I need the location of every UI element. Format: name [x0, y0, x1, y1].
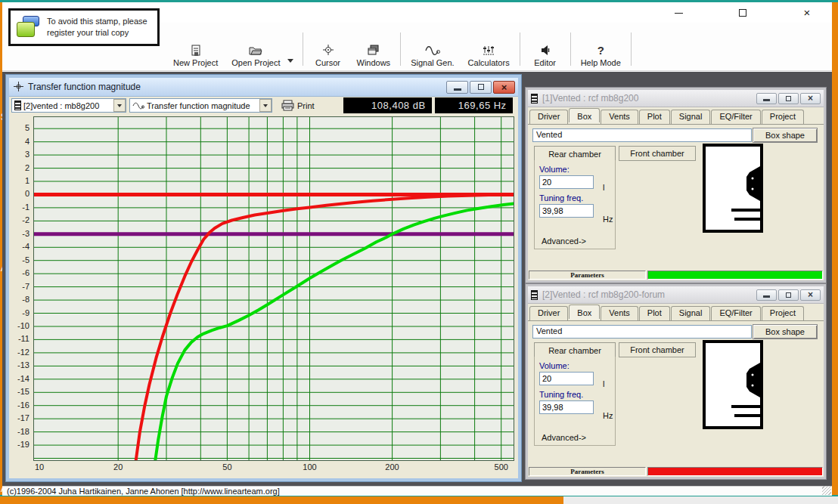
combo-dropdown-button[interactable] [259, 99, 272, 112]
chevron-down-icon [117, 104, 122, 107]
calculators-button[interactable]: Calculators [461, 41, 517, 69]
restore-icon [786, 292, 791, 298]
chart-window-titlebar[interactable]: Transfer function magnitude × [9, 78, 518, 97]
tab-signal[interactable]: Signal [671, 110, 711, 124]
project2-close-button[interactable]: × [800, 289, 821, 301]
box-shape-button[interactable]: Box shape [753, 128, 818, 143]
project2-box-tab-body: Vented Box shape Rear chamber Front cham… [528, 320, 824, 455]
maximize-button[interactable] [731, 7, 754, 19]
advanced-link[interactable]: Advanced-> [542, 237, 586, 246]
mdi-area: Transfer function magnitude × [2]vented … [2, 72, 832, 486]
tab-project[interactable]: Project [762, 306, 804, 320]
open-project-dropdown[interactable] [287, 59, 300, 69]
project2-minimize-button[interactable] [756, 289, 777, 301]
y-tick-label: 1 [25, 176, 29, 185]
tab-signal[interactable]: Signal [671, 306, 711, 320]
plot-type-selector-combo[interactable]: Transfer function magnitude [129, 98, 272, 113]
close-icon: × [808, 94, 813, 102]
y-tick-label: -4 [22, 242, 29, 251]
print-button[interactable]: Print [275, 98, 321, 113]
project2-titlebar[interactable]: [2]Vented : rcf mb8g200-forum × [528, 286, 824, 304]
new-project-button[interactable]: New Project [166, 41, 225, 69]
tab-vents[interactable]: Vents [601, 110, 638, 124]
box-type-field[interactable]: Vented [532, 128, 752, 142]
background-app-right-strip [832, 2, 838, 495]
resize-grip[interactable] [822, 486, 831, 495]
project1-close-button[interactable]: × [800, 93, 821, 104]
tuning-freq-label: Tuning freq. [539, 193, 610, 203]
y-tick-label: -6 [22, 268, 29, 277]
y-tick-label: 0 [25, 189, 29, 198]
chart-close-button[interactable]: × [493, 81, 515, 94]
box-type-field[interactable]: Vented [532, 325, 752, 339]
signal-gen-button[interactable]: Signal Gen. [404, 41, 461, 69]
volume-input[interactable] [539, 372, 594, 385]
x-tick-label: 500 [495, 462, 508, 472]
windows-button[interactable]: Windows [350, 41, 398, 69]
tab-box[interactable]: Box [569, 108, 600, 122]
chart-restore-button[interactable] [470, 81, 492, 94]
chart-window-title: Transfer function magnitude [28, 82, 446, 92]
project1-minimize-button[interactable] [756, 93, 777, 104]
y-tick-label: -16 [17, 400, 29, 410]
printer-icon [281, 100, 294, 111]
close-icon: × [808, 291, 813, 298]
new-project-label: New Project [173, 58, 218, 67]
y-tick-label: -9 [22, 308, 29, 317]
help-mode-button[interactable]: ? Help Mode [574, 41, 628, 69]
open-project-label: Open Project [231, 58, 280, 67]
tab-eq-filter[interactable]: EQ/Filter [711, 110, 760, 124]
tab-box[interactable]: Box [569, 305, 600, 319]
project-selector-combo[interactable]: [2]vented : mb8g200 [11, 98, 126, 113]
box-shape-drawing [703, 340, 763, 431]
signal-gen-label: Signal Gen. [411, 58, 454, 67]
close-button[interactable]: × [796, 7, 818, 19]
background-app-bottom-strip [0, 496, 563, 504]
project1-titlebar[interactable]: [1]Vented : rcf mb8g200 × [528, 90, 824, 107]
crosshair-icon [14, 82, 23, 93]
tab-driver[interactable]: Driver [529, 306, 568, 320]
tab-plot[interactable]: Plot [639, 306, 670, 320]
tab-plot[interactable]: Plot [639, 110, 670, 124]
open-project-button[interactable]: Open Project [225, 41, 287, 69]
y-tick-label: 4 [25, 137, 29, 146]
tuning-freq-input[interactable] [539, 204, 594, 218]
project2-restore-button[interactable] [778, 289, 799, 301]
front-chamber-tab[interactable]: Front chamber [619, 146, 696, 161]
volume-input[interactable] [539, 175, 594, 189]
print-label: Print [297, 101, 315, 110]
rear-chamber-tab[interactable]: Rear chamber [534, 342, 616, 357]
tuning-freq-input[interactable] [539, 400, 594, 414]
app-window: × New Project Open Project [2, 2, 832, 496]
y-tick-label: 2 [25, 163, 29, 172]
minimize-button[interactable] [667, 7, 690, 19]
x-tick-label: 50 [222, 462, 231, 472]
sliders-icon [482, 43, 495, 57]
tab-eq-filter[interactable]: EQ/Filter [711, 306, 760, 320]
project1-statusbar: Parameters [528, 270, 824, 280]
y-tick-label: -14 [17, 374, 29, 383]
chart-minimize-button[interactable] [446, 81, 468, 94]
cursor-button[interactable]: Cursor [306, 41, 350, 69]
box-shape-button[interactable]: Box shape [753, 324, 818, 339]
project-icon [531, 94, 538, 104]
tab-driver[interactable]: Driver [529, 110, 568, 124]
rear-chamber-tab[interactable]: Rear chamber [534, 146, 616, 161]
project1-restore-button[interactable] [778, 93, 799, 104]
plot-area[interactable] [33, 116, 514, 461]
advanced-link[interactable]: Advanced-> [542, 433, 586, 442]
box-shape-drawing [703, 144, 763, 234]
front-chamber-tab[interactable]: Front chamber [619, 342, 696, 357]
y-tick-label: -17 [17, 413, 29, 422]
tab-vents[interactable]: Vents [601, 306, 638, 320]
cursor-hz-readout: 169,65 Hz [435, 97, 513, 113]
volume-label: Volume: [539, 165, 610, 174]
editor-button[interactable]: Editor [523, 41, 567, 69]
x-tick-label: 20 [113, 462, 123, 472]
combo-dropdown-button[interactable] [113, 99, 126, 112]
trial-stamp: To avoid this stamp, please register you… [8, 8, 160, 46]
project-icon [14, 100, 21, 110]
tuning-freq-unit: Hz [603, 411, 613, 420]
close-icon: × [804, 9, 811, 17]
tab-project[interactable]: Project [762, 110, 804, 124]
